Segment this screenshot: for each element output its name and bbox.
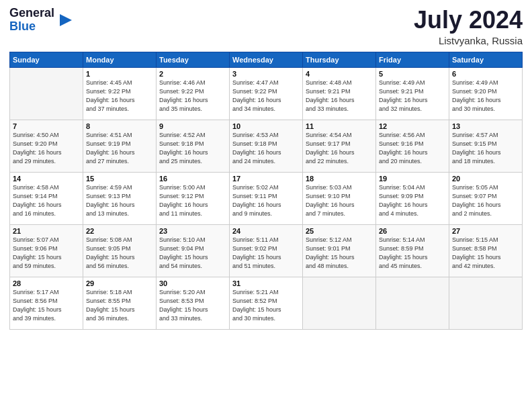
calendar-cell: 31Sunrise: 5:21 AM Sunset: 8:52 PM Dayli… <box>230 277 303 329</box>
month-title: July 2024 <box>414 7 523 34</box>
day-info: Sunrise: 4:48 AM Sunset: 9:21 PM Dayligh… <box>306 79 373 113</box>
calendar-cell <box>449 277 523 329</box>
day-number: 13 <box>452 122 519 130</box>
day-info: Sunrise: 5:07 AM Sunset: 9:06 PM Dayligh… <box>13 236 80 271</box>
day-number: 16 <box>159 175 226 183</box>
day-info: Sunrise: 4:46 AM Sunset: 9:22 PM Dayligh… <box>159 79 226 113</box>
day-number: 27 <box>452 227 519 235</box>
calendar-cell: 30Sunrise: 5:20 AM Sunset: 8:53 PM Dayli… <box>157 277 230 329</box>
logo-arrow-icon <box>58 13 73 28</box>
day-info: Sunrise: 4:49 AM Sunset: 9:20 PM Dayligh… <box>452 79 519 113</box>
calendar-cell: 9Sunrise: 4:52 AM Sunset: 9:18 PM Daylig… <box>157 120 230 172</box>
col-header-wednesday: Wednesday <box>230 52 303 67</box>
day-info: Sunrise: 5:20 AM Sunset: 8:53 PM Dayligh… <box>159 288 226 323</box>
day-number: 10 <box>232 122 300 130</box>
day-info: Sunrise: 5:00 AM Sunset: 9:12 PM Dayligh… <box>159 183 226 218</box>
calendar-cell: 26Sunrise: 5:14 AM Sunset: 8:59 PM Dayli… <box>376 224 449 277</box>
calendar-cell: 27Sunrise: 5:15 AM Sunset: 8:58 PM Dayli… <box>449 224 523 277</box>
day-info: Sunrise: 4:58 AM Sunset: 9:14 PM Dayligh… <box>13 183 80 218</box>
day-number: 30 <box>159 279 226 287</box>
day-info: Sunrise: 5:05 AM Sunset: 9:07 PM Dayligh… <box>452 183 519 218</box>
calendar-cell: 25Sunrise: 5:12 AM Sunset: 9:01 PM Dayli… <box>303 224 376 277</box>
day-number: 28 <box>13 279 80 287</box>
day-number: 21 <box>13 227 80 235</box>
day-number: 25 <box>306 227 373 235</box>
calendar-cell: 21Sunrise: 5:07 AM Sunset: 9:06 PM Dayli… <box>10 224 83 277</box>
calendar-cell: 14Sunrise: 4:58 AM Sunset: 9:14 PM Dayli… <box>10 172 83 224</box>
day-info: Sunrise: 4:59 AM Sunset: 9:13 PM Dayligh… <box>86 183 153 218</box>
calendar-cell: 19Sunrise: 5:04 AM Sunset: 9:09 PM Dayli… <box>376 172 449 224</box>
day-number: 1 <box>86 70 153 78</box>
day-info: Sunrise: 5:17 AM Sunset: 8:56 PM Dayligh… <box>13 288 80 323</box>
day-number: 15 <box>86 175 153 183</box>
day-info: Sunrise: 4:51 AM Sunset: 9:19 PM Dayligh… <box>86 131 153 166</box>
calendar-cell: 20Sunrise: 5:05 AM Sunset: 9:07 PM Dayli… <box>449 172 523 224</box>
day-number: 26 <box>379 227 446 235</box>
calendar-cell: 11Sunrise: 4:54 AM Sunset: 9:17 PM Dayli… <box>303 120 376 172</box>
day-info: Sunrise: 5:21 AM Sunset: 8:52 PM Dayligh… <box>232 288 300 323</box>
logo: General Blue <box>9 7 73 34</box>
calendar-cell: 29Sunrise: 5:18 AM Sunset: 8:55 PM Dayli… <box>83 277 157 329</box>
day-info: Sunrise: 5:02 AM Sunset: 9:11 PM Dayligh… <box>232 183 300 218</box>
calendar-cell: 6Sunrise: 4:49 AM Sunset: 9:20 PM Daylig… <box>449 67 523 120</box>
calendar-cell: 2Sunrise: 4:46 AM Sunset: 9:22 PM Daylig… <box>157 67 230 120</box>
day-info: Sunrise: 4:45 AM Sunset: 9:22 PM Dayligh… <box>86 79 153 113</box>
calendar-cell: 5Sunrise: 4:49 AM Sunset: 9:21 PM Daylig… <box>376 67 449 120</box>
day-info: Sunrise: 5:15 AM Sunset: 8:58 PM Dayligh… <box>452 236 519 271</box>
col-header-thursday: Thursday <box>303 52 376 67</box>
calendar-cell: 17Sunrise: 5:02 AM Sunset: 9:11 PM Dayli… <box>230 172 303 224</box>
day-number: 8 <box>86 122 153 130</box>
week-row-1: 1Sunrise: 4:45 AM Sunset: 9:22 PM Daylig… <box>10 67 523 120</box>
day-number: 23 <box>159 227 226 235</box>
day-number: 24 <box>232 227 300 235</box>
header: General Blue July 2024 Listvyanka, Russi… <box>9 7 523 46</box>
day-number: 2 <box>159 70 226 78</box>
week-row-5: 28Sunrise: 5:17 AM Sunset: 8:56 PM Dayli… <box>10 277 523 329</box>
calendar-table: SundayMondayTuesdayWednesdayThursdayFrid… <box>9 52 523 330</box>
day-number: 17 <box>232 175 300 183</box>
week-row-3: 14Sunrise: 4:58 AM Sunset: 9:14 PM Dayli… <box>10 172 523 224</box>
header-row: SundayMondayTuesdayWednesdayThursdayFrid… <box>10 52 523 67</box>
day-info: Sunrise: 4:54 AM Sunset: 9:17 PM Dayligh… <box>306 131 373 166</box>
day-info: Sunrise: 4:57 AM Sunset: 9:15 PM Dayligh… <box>452 131 519 166</box>
day-info: Sunrise: 4:47 AM Sunset: 9:22 PM Dayligh… <box>232 79 300 113</box>
day-info: Sunrise: 5:12 AM Sunset: 9:01 PM Dayligh… <box>306 236 373 271</box>
calendar-cell: 16Sunrise: 5:00 AM Sunset: 9:12 PM Dayli… <box>157 172 230 224</box>
day-info: Sunrise: 5:14 AM Sunset: 8:59 PM Dayligh… <box>379 236 446 271</box>
calendar-cell: 1Sunrise: 4:45 AM Sunset: 9:22 PM Daylig… <box>83 67 157 120</box>
calendar-cell: 15Sunrise: 4:59 AM Sunset: 9:13 PM Dayli… <box>83 172 157 224</box>
week-row-4: 21Sunrise: 5:07 AM Sunset: 9:06 PM Dayli… <box>10 224 523 277</box>
day-info: Sunrise: 4:50 AM Sunset: 9:20 PM Dayligh… <box>13 131 80 166</box>
day-info: Sunrise: 5:03 AM Sunset: 9:10 PM Dayligh… <box>306 183 373 218</box>
page-container: General Blue July 2024 Listvyanka, Russi… <box>0 0 532 336</box>
title-block: July 2024 Listvyanka, Russia <box>414 7 523 46</box>
calendar-cell <box>376 277 449 329</box>
day-number: 6 <box>452 70 519 78</box>
calendar-cell: 12Sunrise: 4:56 AM Sunset: 9:16 PM Dayli… <box>376 120 449 172</box>
col-header-sunday: Sunday <box>10 52 83 67</box>
col-header-monday: Monday <box>83 52 157 67</box>
day-info: Sunrise: 5:08 AM Sunset: 9:05 PM Dayligh… <box>86 236 153 271</box>
day-info: Sunrise: 4:56 AM Sunset: 9:16 PM Dayligh… <box>379 131 446 166</box>
col-header-saturday: Saturday <box>449 52 523 67</box>
calendar-cell: 8Sunrise: 4:51 AM Sunset: 9:19 PM Daylig… <box>83 120 157 172</box>
day-number: 3 <box>232 70 300 78</box>
location: Listvyanka, Russia <box>414 35 523 46</box>
day-info: Sunrise: 4:49 AM Sunset: 9:21 PM Dayligh… <box>379 79 446 113</box>
calendar-cell: 3Sunrise: 4:47 AM Sunset: 9:22 PM Daylig… <box>230 67 303 120</box>
day-number: 18 <box>306 175 373 183</box>
col-header-tuesday: Tuesday <box>157 52 230 67</box>
logo-general: General <box>9 7 54 20</box>
calendar-cell: 18Sunrise: 5:03 AM Sunset: 9:10 PM Dayli… <box>303 172 376 224</box>
day-number: 5 <box>379 70 446 78</box>
day-info: Sunrise: 5:11 AM Sunset: 9:02 PM Dayligh… <box>232 236 300 271</box>
calendar-cell <box>303 277 376 329</box>
day-number: 20 <box>452 175 519 183</box>
calendar-cell: 13Sunrise: 4:57 AM Sunset: 9:15 PM Dayli… <box>449 120 523 172</box>
svg-marker-0 <box>60 14 72 26</box>
calendar-cell: 28Sunrise: 5:17 AM Sunset: 8:56 PM Dayli… <box>10 277 83 329</box>
calendar-cell: 23Sunrise: 5:10 AM Sunset: 9:04 PM Dayli… <box>157 224 230 277</box>
col-header-friday: Friday <box>376 52 449 67</box>
day-number: 19 <box>379 175 446 183</box>
day-number: 29 <box>86 279 153 287</box>
